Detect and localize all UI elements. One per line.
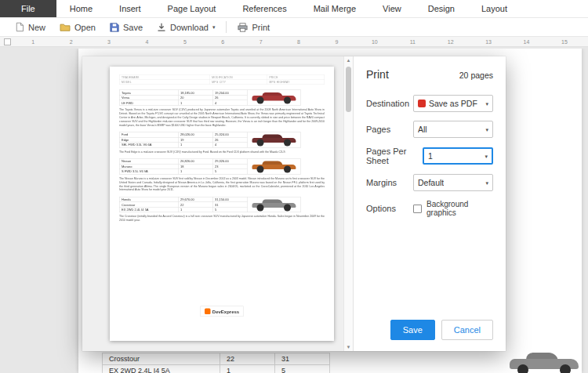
- ruler-number: 8: [280, 37, 318, 46]
- preview-scrollbar[interactable]: ▲ ▼: [343, 56, 353, 351]
- car-data-table: Nissan26,826.0029,326.00Murano1823S FWD …: [119, 158, 248, 174]
- ruler-number: 1: [14, 37, 52, 46]
- table-cell: Model: [119, 79, 209, 84]
- tab-mail-merge[interactable]: Mail Merge: [300, 0, 369, 17]
- print-preview-pane: TrademarkModificationPriceModelMPG CityM…: [82, 56, 353, 351]
- car-wheel: [284, 97, 291, 104]
- car-data-table: Toyota18,185.0019,204.00Versa2026LE FWD1…: [119, 90, 248, 106]
- destination-select[interactable]: Save as PDF ▾: [413, 95, 493, 112]
- car-data-table: Ford28,026.0025,324.00Edge1926SEL FWD 3.…: [119, 132, 248, 147]
- car-photo: [252, 92, 296, 103]
- table-cell: MPG Highway: [267, 79, 325, 84]
- car-wheel: [517, 364, 528, 373]
- car-description: The Crosstour (initially branded the Acc…: [119, 215, 325, 223]
- car-description: The Ford Edge is a mid-size crossover SU…: [119, 150, 325, 154]
- quick-toolbar: New Open Save Download ▾ Print: [0, 18, 588, 37]
- open-button[interactable]: Open: [53, 21, 103, 34]
- car-wheel: [284, 139, 291, 146]
- table-cell: MPG City: [210, 79, 267, 84]
- pages-value: All: [418, 125, 427, 134]
- ruler-number: 9: [318, 37, 355, 46]
- options-label: Options: [366, 204, 396, 213]
- car-photo: [252, 134, 296, 146]
- destination-value: Save as PDF: [429, 99, 477, 108]
- new-button[interactable]: New: [8, 20, 53, 34]
- background-graphics-label: Background graphics: [426, 200, 493, 217]
- dialog-cancel-button[interactable]: Cancel: [441, 320, 493, 340]
- margins-row: Margins Default ▾: [366, 174, 493, 191]
- ruler-number: 15: [546, 37, 583, 46]
- tab-page-layout[interactable]: Page Layout: [154, 0, 230, 17]
- download-button[interactable]: Download ▾: [150, 21, 222, 34]
- chevron-down-icon[interactable]: ▾: [212, 24, 216, 30]
- field-headers-table: TrademarkModificationPriceModelMPG CityM…: [119, 74, 325, 85]
- car-wheel: [560, 364, 571, 373]
- pages-select[interactable]: All ▾: [413, 121, 493, 138]
- car-wheel: [256, 165, 263, 172]
- save-button[interactable]: Save: [103, 21, 150, 34]
- ruler-number: 14: [507, 37, 545, 46]
- tab-home[interactable]: Home: [56, 0, 106, 17]
- table-row: S FWD 3.5L V6 VA15: [119, 169, 247, 175]
- pages-row: Pages All ▾: [366, 121, 493, 138]
- download-button-label: Download: [170, 23, 209, 32]
- table-cell: 4: [212, 143, 247, 148]
- car-photo: [252, 161, 296, 172]
- car-description: The Toyota Venza is a mid-size crossover…: [119, 107, 325, 127]
- car-wheel: [284, 165, 291, 172]
- pages-per-sheet-label: Pages Per Sheet: [366, 147, 423, 165]
- pages-per-sheet-select[interactable]: 1 ▾: [423, 147, 493, 165]
- car-photo-cell: [248, 197, 301, 212]
- print-button[interactable]: Print: [230, 21, 277, 34]
- car-wheel: [256, 139, 263, 146]
- table-cell: 1: [178, 207, 212, 212]
- dialog-save-button[interactable]: Save: [390, 320, 435, 340]
- devexpress-logo-text: DevExpress: [212, 309, 239, 314]
- tab-view[interactable]: View: [369, 0, 415, 17]
- table-cell: 1: [220, 365, 275, 373]
- pages-per-sheet-row: Pages Per Sheet 1 ▾: [366, 147, 493, 165]
- print-settings-pane: Print 20 pages Destination Save as PDF ▾…: [353, 56, 506, 351]
- background-graphics-checkbox[interactable]: [413, 205, 422, 213]
- scrollbar-thumb[interactable]: [346, 67, 351, 112]
- open-button-label: Open: [74, 23, 96, 32]
- ruler-number: 4: [128, 37, 165, 46]
- margins-label: Margins: [366, 178, 397, 187]
- car-section: Toyota18,185.0019,204.00Versa2026LE FWD1…: [119, 90, 325, 127]
- open-folder-icon: [60, 23, 71, 32]
- chevron-down-icon: ▾: [485, 154, 488, 159]
- table-cell: 1: [178, 169, 212, 175]
- horizontal-ruler[interactable]: 1 2 3 4 5 6 7 8 9 10 11 12 13 14 15: [0, 37, 588, 47]
- table-row: ModelMPG CityMPG Highway: [119, 79, 325, 84]
- scroll-down-icon[interactable]: ▼: [347, 345, 351, 349]
- background-car-table: Crosstour2231EX 2WD 2.4L I4 5A15: [102, 353, 330, 373]
- ribbon-tab-bar: File Home Insert Page Layout References …: [0, 0, 588, 18]
- tab-layout[interactable]: Layout: [468, 0, 521, 17]
- toolbar-separator: [226, 21, 227, 33]
- ruler-number: 5: [166, 37, 204, 46]
- tab-stop-selector[interactable]: [4, 38, 11, 45]
- print-button-label: Print: [252, 23, 270, 32]
- pages-per-sheet-value: 1: [428, 151, 433, 161]
- car-wheel: [256, 204, 263, 211]
- tab-references[interactable]: References: [229, 0, 299, 17]
- car-data-table: Honda29,670.0031,150.00Crosstour2231EX 2…: [119, 197, 248, 212]
- ruler-number: 10: [356, 37, 394, 46]
- ruler-number: 7: [241, 37, 279, 46]
- dialog-title: Print: [366, 68, 389, 81]
- pages-label: Pages: [366, 125, 390, 134]
- tab-insert[interactable]: Insert: [106, 0, 154, 17]
- tab-file[interactable]: File: [0, 0, 56, 17]
- scroll-up-icon[interactable]: ▲: [347, 58, 351, 63]
- chevron-down-icon: ▾: [485, 101, 488, 107]
- margins-select[interactable]: Default ▾: [413, 174, 493, 191]
- ruler-number: 13: [470, 37, 507, 46]
- table-cell: S FWD 3.5L V6 VA: [119, 169, 178, 175]
- new-button-label: New: [28, 23, 45, 32]
- devexpress-logo-icon: [205, 309, 211, 315]
- rich-text-editor-app: File Home Insert Page Layout References …: [0, 0, 588, 373]
- ruler-numbers: 1 2 3 4 5 6 7 8 9 10 11 12 13 14 15: [14, 37, 583, 46]
- destination-row: Destination Save as PDF ▾: [366, 95, 493, 112]
- table-cell: 1: [178, 100, 212, 106]
- tab-design[interactable]: Design: [415, 0, 468, 17]
